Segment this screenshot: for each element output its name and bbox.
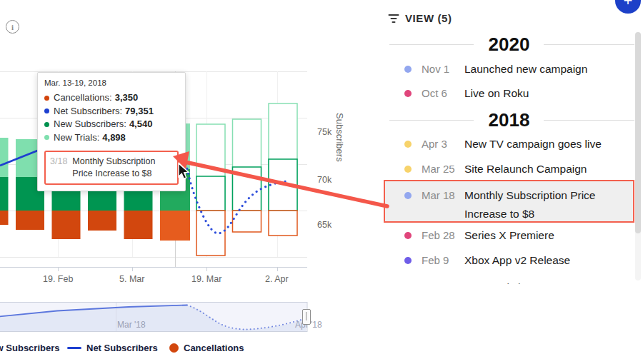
tooltip-value: 4,540 (129, 118, 153, 131)
app-canvas: i 75k 70k 65k Subscribers 19. Feb 5. Mar… (0, 0, 643, 364)
y-axis-title: Subscribers (334, 113, 345, 162)
tooltip-annotation-highlight: 3/18 Monthly Subscription Price Increase… (44, 151, 179, 185)
tooltip-label: Net Subscribers: (54, 105, 122, 118)
annotation-text: Monthly Subscription Price Increase to $… (72, 156, 166, 180)
x-tick: 19. Mar (191, 274, 221, 284)
tooltip-label: New Subscribers: (54, 118, 126, 131)
tooltip-label: New Trials: (54, 131, 99, 145)
tooltip-value: 4,898 (102, 131, 126, 145)
series-dot-icon (44, 122, 49, 127)
info-button[interactable]: i (6, 20, 19, 34)
x-tick: 2. Apr (265, 274, 289, 284)
series-dot-icon (44, 108, 49, 113)
y-tick-70k: 70k (317, 175, 332, 185)
tooltip-row-cancellations: Cancellations: 3,350 (44, 91, 179, 105)
navigator-month-label: Mar '18 (117, 320, 146, 330)
tooltip-date-range: Mar. 13-19, 2018 (44, 79, 179, 87)
chart-tooltip: Mar. 13-19, 2018 Cancellations: 3,350 Ne… (37, 72, 186, 191)
series-dot-icon (44, 135, 49, 140)
tooltip-value: 79,351 (125, 105, 154, 118)
tooltip-row-new-subscribers: New Subscribers: 4,540 (44, 118, 179, 131)
tooltip-label: Cancellations: (54, 91, 112, 105)
annotation-date: 3/18 (50, 156, 67, 180)
y-tick-65k: 65k (317, 220, 332, 230)
tooltip-row-net-subscribers: Net Subscribers: 79,351 (44, 105, 179, 118)
tooltip-row-new-trials: New Trials: 4,898 (44, 131, 179, 145)
tooltip-value: 3,350 (115, 91, 139, 105)
x-tick: 19. Feb (43, 274, 73, 284)
navigator-handle[interactable] (302, 309, 311, 325)
navigator[interactable] (0, 303, 307, 332)
x-tick: 5. Mar (119, 274, 144, 284)
bars-forecast[interactable] (196, 103, 297, 256)
series-dot-icon (44, 96, 49, 101)
x-axis (0, 267, 307, 271)
y-tick-75k: 75k (317, 127, 332, 137)
